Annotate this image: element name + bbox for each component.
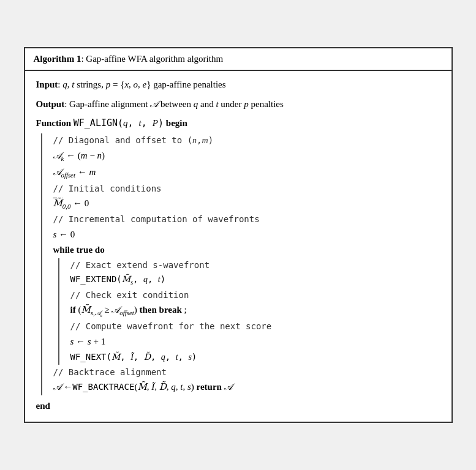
wf-next-call: WF_NEXT(M̃, Ĩ, D̃, q, t, s) <box>70 350 440 364</box>
output-line: Output: Gap-affine alignment 𝒜 between q… <box>36 97 440 111</box>
if-line: if (M̃s,𝒜k ≥ 𝒜offset) then break ; <box>70 302 440 319</box>
algorithm-title-rest: : Gap-affine WFA algorithm algorithm <box>81 54 223 64</box>
input-text: : q, t strings, p = {x, o, e} gap-affine… <box>58 80 225 89</box>
assign-s: s ← 0 <box>53 227 440 243</box>
comment-backtrace: // Backtrace alignment <box>53 365 440 379</box>
input-label: Input <box>36 80 58 89</box>
wf-extend-call: WF_EXTEND(M̃s, q, t) <box>70 272 440 288</box>
algorithm-title: Algorithm 1: Gap-affine WFA algorithm al… <box>25 48 451 71</box>
output-text: : Gap-affine alignment 𝒜 between q and t… <box>64 99 284 109</box>
function-kw: Function <box>36 118 72 128</box>
function-header: Function WF_ALIGN(q, t, P) begin <box>36 116 440 130</box>
assign-ak: 𝒜k ← (m − n) <box>53 148 440 164</box>
begin-kw: begin <box>166 118 187 128</box>
while-block: // Exact extend s-wavefront WF_EXTEND(M̃… <box>58 258 440 365</box>
outer-block: // Diagonal and offset to (n,m) 𝒜k ← (m … <box>41 133 440 395</box>
comment-next-score: // Compute wavefront for the next score <box>70 319 440 333</box>
assign-s-plus1: s ← s + 1 <box>70 334 440 350</box>
algorithm-body: Input: q, t strings, p = {x, o, e} gap-a… <box>25 71 451 422</box>
algorithm-label: Algorithm 1 <box>34 54 81 64</box>
output-label: Output <box>36 99 65 109</box>
comment-incremental: // Incremental computation of wavefronts <box>53 212 440 226</box>
function-block: Function WF_ALIGN(q, t, P) begin // Diag… <box>36 116 440 413</box>
function-name: WF_ALIGN(q, t, P) <box>74 118 164 129</box>
assign-aoffset: 𝒜offset ← m <box>53 165 440 181</box>
while-header: while true do <box>53 243 440 257</box>
assign-m00: M̃0,0 ← 0 <box>53 196 440 212</box>
input-line: Input: q, t strings, p = {x, o, e} gap-a… <box>36 77 440 92</box>
comment-extend: // Exact extend s-wavefront <box>70 258 440 272</box>
comment-exit: // Check exit condition <box>70 288 440 302</box>
comment-diagonal: // Diagonal and offset to (n,m) <box>53 133 440 147</box>
algorithm-box: Algorithm 1: Gap-affine WFA algorithm al… <box>24 47 453 423</box>
comment-initial: // Initial conditions <box>53 182 440 195</box>
backtrace-line: 𝒜 ←WF_BACKTRACE(M̃, Ĩ, D̃, q, t, s) retu… <box>53 379 440 395</box>
end-label: end <box>36 399 440 413</box>
